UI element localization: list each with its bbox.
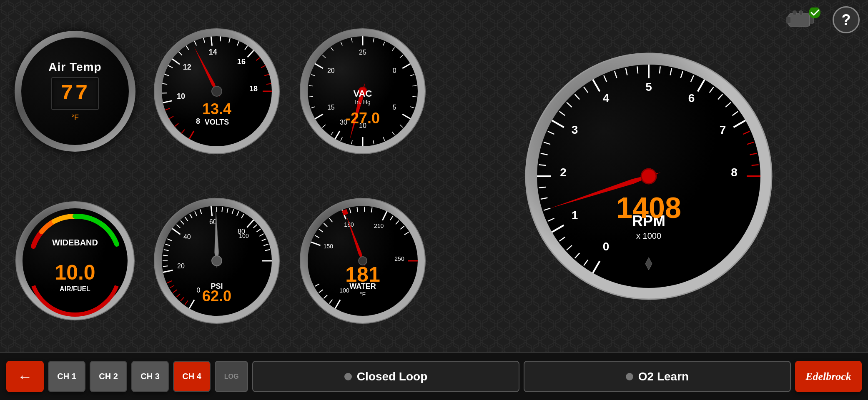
svg-text:VAC: VAC xyxy=(354,88,372,99)
svg-line-125 xyxy=(637,66,638,73)
gauges-area: Air Temp 77 °F xyxy=(0,0,868,352)
closed-loop-indicator xyxy=(344,373,352,380)
o2-learn-button[interactable]: O2 Learn xyxy=(524,361,791,392)
svg-text:10: 10 xyxy=(177,92,185,100)
psi-gauge-container: 0 20 xyxy=(146,178,288,344)
svg-text:181: 181 xyxy=(345,263,380,286)
svg-line-72 xyxy=(309,96,313,97)
airtemp-gauge-container: Air Temp 77 °F xyxy=(8,8,142,174)
svg-text:6: 6 xyxy=(688,92,695,105)
svg-text:150: 150 xyxy=(324,243,334,250)
volts-gauge-svg: 8 10 12 xyxy=(152,27,281,156)
svg-text:25: 25 xyxy=(359,49,366,56)
svg-text:1: 1 xyxy=(572,208,578,221)
svg-text:VOLTS: VOLTS xyxy=(205,118,229,126)
rpm-gauge-container: 0 1 2 xyxy=(438,8,860,344)
ch2-button[interactable]: CH 2 xyxy=(90,361,127,392)
svg-text:100: 100 xyxy=(339,287,349,294)
svg-text:14: 14 xyxy=(209,48,217,56)
ch1-button[interactable]: CH 1 xyxy=(48,361,85,392)
volts-gauge-container: 8 10 12 xyxy=(146,8,288,174)
svg-text:In. Hg: In. Hg xyxy=(355,99,370,105)
svg-text:100: 100 xyxy=(239,232,249,239)
svg-text:10.0: 10.0 xyxy=(55,261,95,284)
svg-text:5: 5 xyxy=(645,80,652,93)
svg-text:210: 210 xyxy=(374,222,384,229)
svg-text:1408: 1408 xyxy=(616,192,681,224)
svg-text:2: 2 xyxy=(560,166,567,179)
svg-text:12: 12 xyxy=(183,63,191,71)
svg-text:0: 0 xyxy=(603,240,610,252)
wideband-gauge-container: WIDEBAND 10.0 AIR/FUEL xyxy=(8,178,142,344)
svg-text:°F: °F xyxy=(360,291,366,298)
svg-text:4: 4 xyxy=(603,92,610,105)
svg-line-171 xyxy=(163,255,168,256)
ch3-button[interactable]: CH 3 xyxy=(131,361,169,392)
svg-text:0: 0 xyxy=(197,287,201,294)
svg-text:62.0: 62.0 xyxy=(202,288,231,305)
bottom-bar: ← CH 1 CH 2 CH 3 CH 4 LOG Closed Loop O2… xyxy=(0,352,868,400)
svg-text:250: 250 xyxy=(394,255,404,262)
svg-line-222 xyxy=(357,207,357,212)
svg-line-128 xyxy=(660,66,660,73)
psi-gauge-svg: 0 20 xyxy=(152,196,281,325)
svg-text:8: 8 xyxy=(731,166,738,179)
airtemp-label: Air Temp xyxy=(48,60,101,74)
svg-text:13.4: 13.4 xyxy=(202,100,231,118)
svg-text:3: 3 xyxy=(572,123,578,136)
svg-text:20: 20 xyxy=(177,263,185,270)
svg-line-33 xyxy=(220,36,221,41)
svg-text:15: 15 xyxy=(327,104,335,111)
airtemp-gauge-outer: Air Temp 77 °F xyxy=(15,31,135,152)
svg-line-143 xyxy=(752,165,759,165)
svg-text:8: 8 xyxy=(196,117,200,125)
svg-line-55 xyxy=(412,96,416,97)
svg-text:x 1000: x 1000 xyxy=(636,231,661,240)
svg-text:WIDEBAND: WIDEBAND xyxy=(52,238,98,247)
svg-text:AIR/FUEL: AIR/FUEL xyxy=(60,285,90,292)
main-container: ? Air Temp 77 °F xyxy=(0,0,868,400)
water-gauge-svg: 100 150 180 xyxy=(298,196,427,325)
wideband-gauge-svg: WIDEBAND 10.0 AIR/FUEL xyxy=(15,200,135,321)
ch4-button[interactable]: CH 4 xyxy=(173,361,211,392)
airtemp-display: 77 xyxy=(51,77,99,110)
rpm-gauge-svg: 0 1 2 xyxy=(519,26,778,326)
svg-text:16: 16 xyxy=(237,57,246,65)
closed-loop-label: Closed Loop xyxy=(357,370,428,383)
svg-text:18: 18 xyxy=(249,85,258,93)
svg-line-186 xyxy=(222,207,222,212)
water-gauge-container: 100 150 180 xyxy=(292,178,434,344)
airtemp-gauge-inner: Air Temp 77 °F xyxy=(21,38,129,145)
svg-text:5: 5 xyxy=(393,104,396,111)
airtemp-unit: °F xyxy=(71,113,79,122)
svg-line-107 xyxy=(539,187,546,188)
svg-line-73 xyxy=(309,85,313,86)
airtemp-value: 77 xyxy=(60,81,90,106)
svg-text:0: 0 xyxy=(393,67,396,74)
o2-learn-label: O2 Learn xyxy=(638,370,689,383)
svg-line-169 xyxy=(163,266,168,267)
closed-loop-button[interactable]: Closed Loop xyxy=(252,361,519,392)
svg-text:20: 20 xyxy=(327,67,335,74)
svg-text:-27.0: -27.0 xyxy=(346,110,380,127)
back-button[interactable]: ← xyxy=(6,361,44,392)
svg-point-201 xyxy=(212,256,222,266)
svg-line-54 xyxy=(412,85,416,86)
svg-text:40: 40 xyxy=(183,234,191,241)
o2-learn-indicator xyxy=(626,373,633,380)
edelbrock-button[interactable]: Edelbrock xyxy=(795,361,862,392)
svg-line-110 xyxy=(539,165,546,165)
vac-gauge-container: 0 5 10 xyxy=(292,8,434,174)
vac-gauge-svg: 0 5 10 xyxy=(298,27,427,156)
log-button[interactable]: LOG xyxy=(215,361,248,392)
svg-text:7: 7 xyxy=(720,123,726,136)
